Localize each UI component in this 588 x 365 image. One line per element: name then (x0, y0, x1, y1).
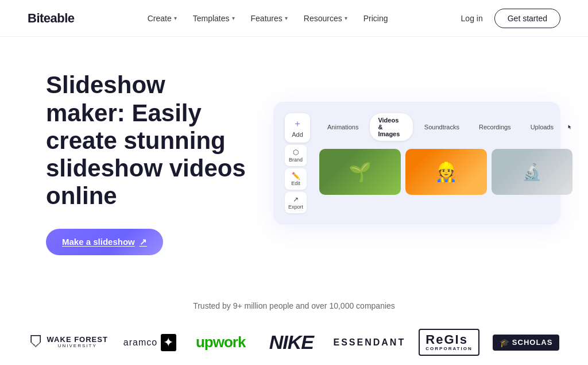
login-button[interactable]: Log in (461, 14, 483, 23)
nav-resources[interactable]: Resources ▾ (304, 14, 347, 23)
hero-left: Slideshow maker: Easily create stunning … (46, 71, 250, 255)
logo-aramco: aramco ✦ (121, 334, 179, 351)
hero-section: Slideshow maker: Easily create stunning … (0, 37, 588, 278)
logo-wakeforest: ⛉ WAKE FOREST UNIVERSITY (29, 333, 108, 351)
mock-export-button[interactable]: ↗ Export (285, 192, 307, 213)
mock-left-panel: ＋ Add ⬡ Brand ✏️ Edit ↗ (285, 113, 310, 213)
mock-image-3[interactable]: 🔬 (492, 149, 573, 195)
nav-create[interactable]: Create ▾ (148, 14, 177, 23)
lab-image: 🔬 (522, 163, 542, 182)
nav-templates[interactable]: Templates ▾ (193, 14, 235, 23)
trust-text: Trusted by 9+ million people and over 10… (28, 301, 560, 310)
mock-image-2[interactable]: 👷 (405, 149, 487, 195)
logo-upwork: upwork (192, 333, 249, 351)
shield-icon: ⛉ (29, 333, 44, 351)
export-icon: ↗ (293, 195, 299, 203)
header-actions: Log in Get started (461, 9, 560, 28)
nav-features[interactable]: Features ▾ (251, 14, 288, 23)
main-nav: Create ▾ Templates ▾ Features ▾ Resource… (148, 14, 388, 23)
plant-image: 🌱 (349, 161, 372, 183)
mock-images-row: 🌱 👷 🔬 (319, 149, 573, 195)
hero-right: ＋ Add ⬡ Brand ✏️ Edit ↗ (273, 102, 560, 225)
mock-image-1[interactable]: 🌱 (319, 149, 401, 195)
mock-edit-button[interactable]: ✏️ Edit (285, 168, 307, 190)
logo-scholars: 🎓 SCHOLAS (493, 335, 560, 351)
logo: Biteable (28, 11, 75, 26)
get-started-button[interactable]: Get started (494, 9, 560, 28)
mock-tab-videos[interactable]: Videos & Images (370, 113, 412, 141)
mock-brand-button[interactable]: ⬡ Brand (285, 145, 307, 166)
chevron-down-icon: ▾ (174, 15, 177, 21)
logo-nike: NIKE (262, 331, 320, 354)
logo-regis-corporation: ReGIs CORPORATION (419, 329, 479, 356)
brand-icon: ⬡ (293, 148, 299, 156)
chevron-down-icon: ▾ (232, 15, 235, 21)
mock-tabs: Animations Videos & Images Soundtracks R… (319, 113, 573, 141)
header: Biteable Create ▾ Templates ▾ Features ▾… (0, 0, 588, 37)
logos-row: ⛉ WAKE FOREST UNIVERSITY aramco ✦ upwork (28, 329, 560, 356)
star-icon: ✦ (161, 334, 176, 351)
trust-section: Trusted by 9+ million people and over 10… (0, 278, 588, 365)
cursor-icon (567, 122, 573, 132)
mock-add-button[interactable]: ＋ Add (285, 113, 310, 143)
mock-tab-soundtracks[interactable]: Soundtracks (416, 120, 467, 134)
logo-essendant: ESSENDANT (333, 337, 405, 348)
chevron-down-icon: ▾ (285, 15, 288, 21)
chevron-down-icon: ▾ (345, 15, 347, 21)
nav-pricing[interactable]: Pricing (363, 14, 388, 23)
make-slideshow-button[interactable]: Make a slideshow ↗ (46, 229, 163, 255)
edit-icon: ✏️ (292, 172, 300, 180)
cap-icon: 🎓 (500, 338, 510, 347)
mock-tab-animations[interactable]: Animations (319, 120, 366, 134)
hero-title: Slideshow maker: Easily create stunning … (46, 71, 250, 210)
worker-image: 👷 (435, 161, 458, 183)
mock-editor: ＋ Add ⬡ Brand ✏️ Edit ↗ (273, 102, 560, 225)
mock-tab-uploads[interactable]: Uploads (523, 120, 562, 134)
mock-tab-recordings[interactable]: Recordings (471, 120, 519, 134)
